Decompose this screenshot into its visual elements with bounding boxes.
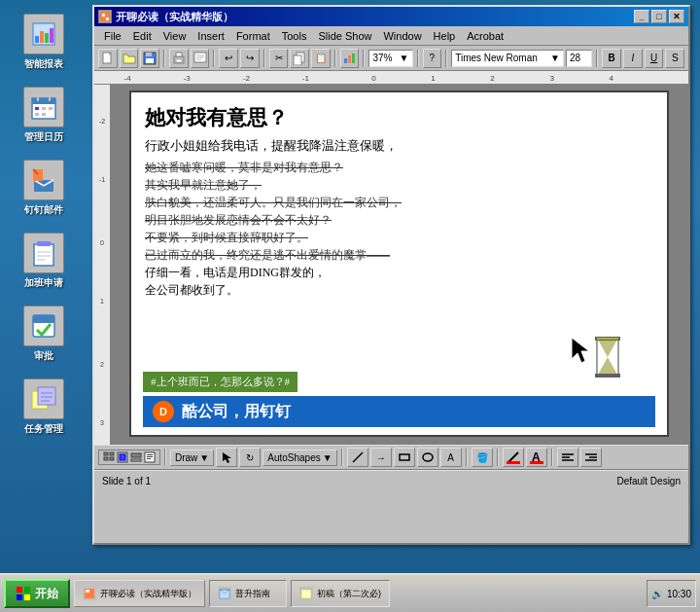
bold-btn[interactable]: B: [602, 49, 621, 68]
svg-text:0: 0: [100, 239, 104, 246]
help-icon-btn[interactable]: ?: [423, 49, 442, 68]
separator-7: [445, 50, 447, 67]
menu-slideshow[interactable]: Slide Show: [312, 28, 377, 44]
menu-view[interactable]: View: [158, 28, 192, 44]
draw-sep-1: [164, 449, 166, 466]
rotate-tool[interactable]: ↻: [239, 448, 261, 467]
svg-rect-34: [146, 53, 152, 56]
rect-tool[interactable]: [394, 448, 415, 467]
save-btn[interactable]: [140, 49, 159, 68]
calendar-icon: [23, 87, 64, 127]
svg-rect-106: [301, 590, 311, 598]
paste-btn[interactable]: 📋: [311, 49, 331, 68]
svg-rect-1: [35, 36, 39, 43]
taskbar: 开始 开聊必读（实战精华版） 普升指南 初稿（第二次必) 🔊 10:30: [0, 573, 700, 612]
svg-rect-44: [294, 55, 301, 65]
preview-btn[interactable]: [191, 49, 210, 68]
ellipse-tool[interactable]: [417, 448, 438, 467]
font-selector[interactable]: Times New Roman ▼: [451, 50, 564, 67]
copy-btn[interactable]: [290, 49, 309, 68]
svg-rect-46: [348, 55, 351, 63]
svg-text:2: 2: [100, 361, 104, 368]
sidebar-item-overtime[interactable]: 加班申请: [19, 229, 68, 294]
arrow-tool[interactable]: →: [370, 448, 392, 467]
draw-sep-3: [466, 449, 468, 466]
svg-rect-6: [32, 98, 55, 104]
sidebar-item-tasks[interactable]: 任务管理: [19, 375, 68, 440]
align-right[interactable]: [580, 448, 602, 467]
fill-tool[interactable]: 🪣: [472, 448, 493, 467]
menu-tools[interactable]: Tools: [276, 28, 313, 44]
taskbar-item-0[interactable]: 开聊必读（实战精华版）: [74, 580, 205, 607]
svg-rect-58: [94, 85, 110, 445]
sidebar-item-approval[interactable]: 审批: [19, 302, 68, 367]
draw-button[interactable]: Draw ▼: [170, 450, 214, 466]
taskbar-icon-1: [218, 587, 231, 600]
start-button[interactable]: 开始: [4, 579, 70, 608]
svg-text:-2: -2: [243, 74, 251, 83]
horizontal-ruler: -4 -3 -2 -1 0 1 2 3 4: [94, 71, 688, 85]
cut-btn[interactable]: ✂: [269, 49, 289, 68]
app-icon: [98, 10, 112, 23]
svg-rect-23: [33, 315, 54, 323]
menu-bar: File Edit View Insert Format Tools Slide…: [94, 26, 688, 46]
app-window: 开聊必读（实战精华版） _ □ ✕ File Edit View Insert …: [92, 5, 690, 545]
font-color-tool[interactable]: A: [526, 448, 547, 467]
slide-canvas-area[interactable]: 她对我有意思？ 行政小姐姐给我电话，提醒我降温注意保暖， 她这番嘘寒问暖，莫非是…: [110, 85, 688, 445]
system-tray: 🔊 10:30: [647, 580, 696, 607]
svg-text:-4: -4: [124, 74, 132, 83]
slide-line6: 不要紧，到时候直接辞职好了。: [145, 229, 653, 246]
underline-btn[interactable]: U: [645, 49, 664, 68]
sidebar-item-mail[interactable]: 钉钉邮件: [19, 156, 68, 221]
app-title: 开聊必读（实战精华版）: [116, 10, 630, 24]
sidebar-item-calendar[interactable]: 管理日历: [19, 83, 68, 148]
taskbar-item-2[interactable]: 初稿（第二次必): [291, 580, 390, 607]
new-btn[interactable]: [98, 49, 118, 68]
svg-rect-78: [131, 453, 141, 457]
menu-edit[interactable]: Edit: [127, 28, 158, 44]
zoom-box[interactable]: 37% ▼: [368, 50, 412, 67]
svg-rect-38: [176, 59, 182, 62]
line-color-tool[interactable]: [503, 448, 524, 467]
menu-file[interactable]: File: [98, 28, 127, 44]
svg-rect-12: [35, 113, 39, 116]
slide-line4: 肤白貌美，还温柔可人。只是我们同在一家公司，: [145, 194, 653, 211]
menu-help[interactable]: Help: [428, 28, 462, 44]
taskbar-icon-2: [299, 587, 313, 600]
align-left[interactable]: [557, 448, 578, 467]
sidebar-item-reports[interactable]: 智能报表: [19, 10, 68, 75]
select-tool[interactable]: [216, 448, 237, 467]
desktop: 智能报表 管理日历: [0, 0, 700, 612]
separator-6: [417, 50, 419, 67]
shadow-btn[interactable]: S: [665, 49, 684, 68]
design-info: Default Design: [616, 476, 681, 486]
redo-btn[interactable]: ↪: [240, 49, 260, 68]
cursor-hourglass: [570, 336, 623, 381]
line-tool[interactable]: [347, 448, 368, 467]
maximize-button[interactable]: □: [651, 10, 667, 23]
reports-icon: [23, 14, 64, 54]
open-btn[interactable]: [120, 49, 139, 68]
menu-insert[interactable]: Insert: [192, 28, 230, 44]
view-buttons[interactable]: [98, 450, 160, 465]
menu-acrobat[interactable]: Acrobat: [461, 28, 509, 44]
svg-rect-25: [38, 387, 55, 405]
autoshapes-button[interactable]: AutoShapes ▼: [262, 450, 336, 466]
slide-info: Slide 1 of 1: [102, 476, 597, 486]
svg-rect-47: [352, 54, 355, 63]
taskbar-item-1[interactable]: 普升指南: [209, 580, 287, 607]
undo-btn[interactable]: ↩: [219, 49, 238, 68]
separator-5: [363, 50, 365, 67]
font-size-selector[interactable]: 28: [566, 50, 592, 67]
menu-window[interactable]: Window: [377, 28, 427, 44]
italic-btn[interactable]: I: [623, 49, 643, 68]
svg-text:3: 3: [549, 74, 554, 83]
text-tool[interactable]: A: [440, 448, 462, 467]
minimize-button[interactable]: _: [634, 10, 649, 23]
sidebar-reports-label: 智能报表: [24, 57, 63, 71]
insert-chart-btn[interactable]: [340, 49, 360, 68]
print-btn[interactable]: [169, 49, 189, 68]
slide[interactable]: 她对我有意思？ 行政小姐姐给我电话，提醒我降温注意保暖， 她这番嘘寒问暖，莫非是…: [129, 90, 669, 437]
close-button[interactable]: ✕: [669, 10, 684, 23]
menu-format[interactable]: Format: [230, 28, 276, 44]
